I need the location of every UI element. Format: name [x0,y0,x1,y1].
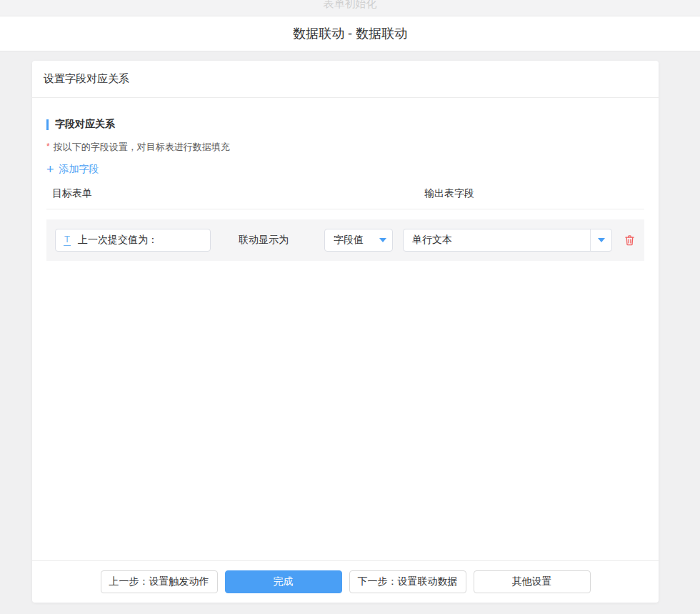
required-mark: * [46,142,50,152]
value-type-select[interactable]: 字段值 [324,229,393,252]
plus-icon: + [46,164,54,174]
section-description: *按以下的字段设置，对目标表进行数据填充 [46,141,644,154]
panel-body: 字段对应关系 *按以下的字段设置，对目标表进行数据填充 + 添加字段 目标表单 … [32,98,659,560]
panel-title: 设置字段对应关系 [44,72,129,86]
chevron-down-icon [379,238,386,242]
mapping-row: T 上一次提交值为： 联动显示为 字段值 单行文本 [46,219,644,261]
column-header-target-form: 目标表单 [46,187,424,200]
add-field-label: 添加字段 [59,163,99,176]
dialog-title: 数据联动 - 数据联动 [293,25,407,42]
output-field-select[interactable]: 单行文本 [403,229,612,252]
prev-step-button[interactable]: 上一步：设置触发动作 [101,570,218,593]
section-marker [46,119,49,130]
panel-header: 设置字段对应关系 [32,61,659,98]
relation-label: 联动显示为 [239,234,289,247]
background-page-title: 表单初始化 [0,0,700,11]
background-page-strip: 表单初始化 [0,0,700,16]
text-type-icon: T [64,234,71,246]
target-field-input[interactable]: T 上一次提交值为： [55,229,211,252]
next-step-button[interactable]: 下一步：设置联动数据 [349,570,466,593]
output-field-selected: 单行文本 [404,234,590,247]
table-header-row: 目标表单 输出表字段 [46,187,644,209]
target-field-value: 上一次提交值为： [78,234,158,247]
done-button[interactable]: 完成 [225,570,342,593]
settings-panel: 设置字段对应关系 字段对应关系 *按以下的字段设置，对目标表进行数据填充 + 添… [32,61,659,603]
trash-icon [624,234,636,247]
delete-row-button[interactable] [624,234,636,247]
chevron-down-icon [598,238,605,242]
value-type-selected: 字段值 [325,234,372,247]
add-field-button[interactable]: + 添加字段 [46,163,99,176]
other-settings-button[interactable]: 其他设置 [474,570,591,593]
caret-zone [372,238,393,242]
dialog-title-bar: 数据联动 - 数据联动 [0,16,700,51]
caret-zone [591,238,611,242]
column-header-output-field: 输出表字段 [424,187,474,200]
section-head: 字段对应关系 [46,118,644,131]
section-description-text: 按以下的字段设置，对目标表进行数据填充 [54,142,230,152]
section-title: 字段对应关系 [55,118,115,131]
panel-footer: 上一步：设置触发动作 完成 下一步：设置联动数据 其他设置 [32,560,659,603]
